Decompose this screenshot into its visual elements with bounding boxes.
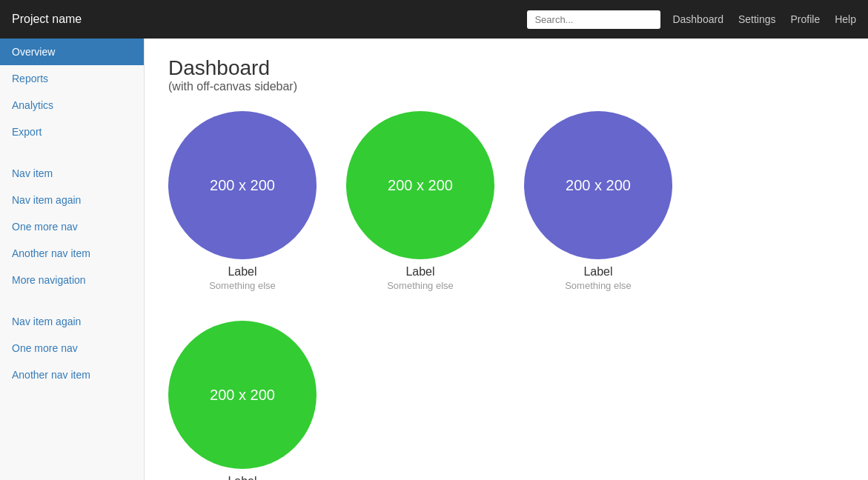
topnav: Project name Dashboard Settings Profile … bbox=[0, 0, 868, 39]
page-subtitle: (with off-canvas sidebar) bbox=[168, 80, 844, 93]
circle-2-label: Label bbox=[405, 265, 434, 279]
topnav-help[interactable]: Help bbox=[835, 13, 856, 25]
circle-2-sublabel: Something else bbox=[387, 280, 454, 291]
sidebar-item-another-nav-item-2[interactable]: Another nav item bbox=[0, 361, 144, 388]
sidebar-item-reports[interactable]: Reports bbox=[0, 65, 144, 92]
sidebar-item-more-navigation[interactable]: More navigation bbox=[0, 267, 144, 293]
circle-2: 200 x 200 bbox=[346, 111, 494, 259]
circle-4-label: Label bbox=[228, 475, 256, 480]
sidebar-item-one-more-nav-2[interactable]: One more nav bbox=[0, 335, 144, 361]
topnav-settings[interactable]: Settings bbox=[738, 13, 776, 25]
circle-1-label: Label bbox=[228, 265, 256, 279]
circle-3-sublabel: Something else bbox=[565, 280, 632, 291]
sidebar-item-another-nav-item[interactable]: Another nav item bbox=[0, 240, 144, 267]
page-title: Dashboard bbox=[168, 56, 844, 80]
topnav-dashboard[interactable]: Dashboard bbox=[672, 13, 723, 25]
sidebar-item-analytics[interactable]: Analytics bbox=[0, 92, 144, 119]
brand-title: Project name bbox=[12, 13, 82, 26]
topnav-links: Dashboard Settings Profile Help bbox=[672, 13, 856, 25]
circles-row: 200 x 200 Label Something else 200 x 200… bbox=[168, 111, 844, 480]
search-input[interactable] bbox=[527, 10, 660, 29]
sidebar-item-nav-item-again[interactable]: Nav item again bbox=[0, 187, 144, 213]
circle-4: 200 x 200 bbox=[168, 321, 317, 469]
sidebar-divider-2 bbox=[0, 293, 144, 308]
sidebar-item-nav-item[interactable]: Nav item bbox=[0, 160, 144, 187]
sidebar: Overview Reports Analytics Export Nav it… bbox=[0, 39, 145, 480]
main-content: Dashboard (with off-canvas sidebar) 200 … bbox=[145, 39, 868, 480]
circle-3: 200 x 200 bbox=[524, 111, 672, 259]
circle-3-label: Label bbox=[583, 265, 612, 279]
sidebar-item-one-more-nav[interactable]: One more nav bbox=[0, 213, 144, 240]
circle-item-4: 200 x 200 Label Something else bbox=[168, 321, 317, 480]
circle-item-2: 200 x 200 Label Something else bbox=[346, 111, 494, 291]
sidebar-divider-1 bbox=[0, 145, 144, 160]
circle-1-sublabel: Something else bbox=[209, 280, 276, 291]
sidebar-item-nav-item-again-2[interactable]: Nav item again bbox=[0, 308, 144, 335]
sidebar-item-overview[interactable]: Overview bbox=[0, 39, 144, 65]
topnav-profile[interactable]: Profile bbox=[791, 13, 821, 25]
circle-item-1: 200 x 200 Label Something else bbox=[168, 111, 317, 291]
circle-1: 200 x 200 bbox=[168, 111, 317, 259]
circle-item-3: 200 x 200 Label Something else bbox=[524, 111, 672, 291]
body-wrapper: Overview Reports Analytics Export Nav it… bbox=[0, 39, 868, 480]
sidebar-item-export[interactable]: Export bbox=[0, 119, 144, 145]
